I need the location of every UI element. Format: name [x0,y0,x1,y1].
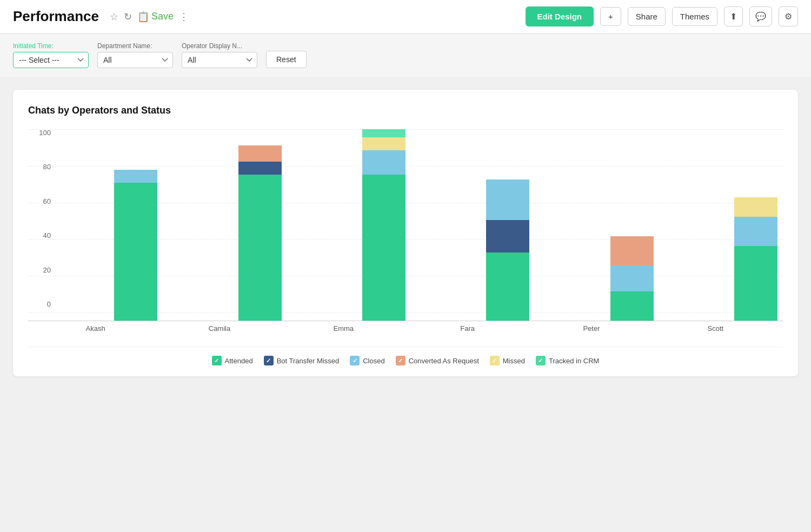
bar-segment-attended [114,183,157,321]
legend-label-attended: Attended [225,357,253,365]
bar-segment-converted_as_request [238,145,282,162]
initiated-time-filter: Initiated Time: --- Select --- [13,42,89,68]
bar-segment-attended [238,175,282,321]
legend: ✓Attended✓Bot Transfer Missed✓Closed✓Con… [28,347,783,365]
refresh-icon[interactable]: ↻ [124,11,132,23]
legend-item-missed: ✓Missed [490,356,525,365]
page-title: Performance [13,8,99,25]
bar-group-emma [282,129,406,321]
export-button[interactable]: ⬆ [724,6,743,26]
bar-group-camila [157,129,281,321]
bar-segment-closed [362,150,406,175]
legend-color-closed: ✓ [350,356,360,365]
chart-title: Chats by Operators and Status [28,105,783,116]
chart-card: Chats by Operators and Status 100 80 60 … [13,90,798,376]
bar-segment-closed [486,179,529,220]
bar-segment-converted_as_request [610,236,654,265]
legend-label-closed: Closed [363,357,384,365]
settings-button[interactable]: ⚙ [779,6,798,26]
comment-button[interactable]: 💬 [749,6,772,26]
x-label-akash: Akash [34,321,157,332]
legend-item-closed: ✓Closed [350,356,384,365]
legend-item-converted_as_request: ✓Converted As Request [396,356,479,365]
bar-segment-missed [362,137,406,150]
legend-color-missed: ✓ [490,356,500,365]
initiated-time-label: Initiated Time: [13,42,89,50]
edit-design-button[interactable]: Edit Design [526,6,594,26]
save-button[interactable]: 📋 Save [137,11,174,23]
legend-color-converted_as_request: ✓ [396,356,406,365]
bar-group-fara [406,129,529,321]
legend-color-attended: ✓ [212,356,222,365]
more-icon[interactable]: ⋮ [179,11,189,23]
bar-group-akash [34,129,157,321]
bar-segment-tracked_in_crm [362,129,406,137]
bar-stack-emma [362,129,406,321]
x-label-peter: Peter [529,321,653,332]
legend-item-bot_transfer_missed: ✓Bot Transfer Missed [264,356,340,365]
department-select[interactable]: All [97,52,173,68]
bar-segment-closed [114,170,157,183]
x-labels: AkashCamilaEmmaFaraPeterScott [28,321,783,332]
bar-stack-peter [610,236,654,321]
bar-stack-fara [486,179,529,321]
bar-segment-bot_transfer_missed [238,162,282,175]
operator-label: Operator Display N... [182,42,257,50]
save-icon: 📋 [137,11,149,23]
bar-segment-bot_transfer_missed [486,220,529,252]
add-button[interactable]: + [600,7,621,26]
bar-stack-scott [734,197,777,321]
legend-label-tracked_in_crm: Tracked in CRM [549,357,599,365]
star-icon[interactable]: ☆ [110,11,118,23]
bar-stack-akash [114,170,157,321]
x-label-emma: Emma [282,321,406,332]
bar-stack-camila [238,145,282,321]
legend-label-missed: Missed [503,357,525,365]
bar-segment-attended [734,246,777,321]
bar-segment-missed [734,197,777,217]
bar-segment-closed [610,265,654,291]
department-filter: Department Name: All [97,42,173,68]
operator-select[interactable]: All [182,52,257,68]
initiated-time-select[interactable]: --- Select --- [13,52,89,68]
bar-segment-attended [610,291,654,321]
bar-segment-attended [486,252,529,321]
department-label: Department Name: [97,42,173,50]
share-button[interactable]: Share [628,7,666,26]
legend-item-tracked_in_crm: ✓Tracked in CRM [536,356,599,365]
legend-label-bot_transfer_missed: Bot Transfer Missed [277,357,340,365]
x-label-scott: Scott [654,321,777,332]
bars-container [28,129,783,321]
main-content: Chats by Operators and Status 100 80 60 … [0,77,811,389]
themes-button[interactable]: Themes [672,7,717,26]
legend-label-converted_as_request: Converted As Request [409,357,479,365]
header: Performance ☆ ↻ 📋 Save ⋮ Edit Design + S… [0,0,811,34]
reset-button[interactable]: Reset [266,51,307,68]
bar-segment-attended [362,175,406,321]
legend-color-bot_transfer_missed: ✓ [264,356,274,365]
legend-color-tracked_in_crm: ✓ [536,356,546,365]
legend-item-attended: ✓Attended [212,356,253,365]
x-label-fara: Fara [406,321,529,332]
bar-segment-closed [734,217,777,246]
bar-group-peter [529,129,653,321]
operator-filter: Operator Display N... All [182,42,257,68]
filters-bar: Initiated Time: --- Select --- Departmen… [0,34,811,77]
x-label-camila: Camila [157,321,281,332]
header-icons: ☆ ↻ 📋 Save ⋮ [110,11,189,23]
bar-group-scott [654,129,777,321]
